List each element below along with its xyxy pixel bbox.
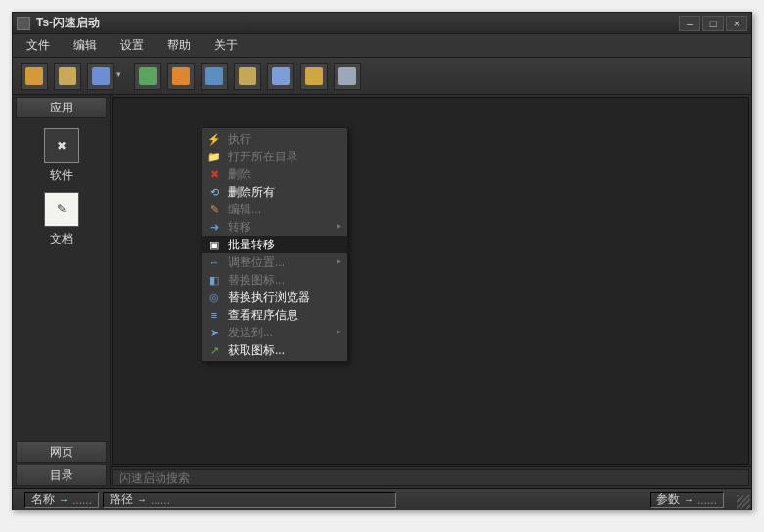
ctx-icon: ≡ xyxy=(207,308,221,322)
status-param-label: 参数 xyxy=(656,491,680,508)
ctx-label: 发送到... xyxy=(228,325,273,341)
minimize-button[interactable]: – xyxy=(679,16,700,31)
ctx-icon: ⚡ xyxy=(207,132,221,146)
ctx-icon: ↗ xyxy=(207,343,221,357)
ctx-icon: ◧ xyxy=(207,273,221,287)
sidebar-tab-apps[interactable]: 应用 xyxy=(16,97,107,118)
card-icon-glyph xyxy=(338,67,356,85)
ctx-icon: ⟲ xyxy=(207,185,221,199)
add-icon[interactable] xyxy=(134,63,161,90)
ctx-item-7: ↔调整位置... xyxy=(202,253,347,271)
ctx-item-3[interactable]: ⟲删除所有 xyxy=(202,183,347,200)
ctx-icon: ✎ xyxy=(207,202,221,216)
menubar: 文件编辑设置帮助关于 xyxy=(13,34,751,58)
sidebar-item-label: 软件 xyxy=(38,167,85,184)
ctx-item-2: ✖删除 xyxy=(202,165,347,183)
ctx-icon: ➤ xyxy=(207,326,221,339)
status-path-value: ...... xyxy=(151,493,170,507)
ctx-icon: ◎ xyxy=(207,290,221,304)
ctx-item-8: ◧替换图标... xyxy=(202,271,347,288)
context-menu: ⚡执行📁打开所在目录✖删除⟲删除所有✎编辑...➜转移▣批量转移↔调整位置...… xyxy=(202,127,348,362)
ctx-item-1: 📁打开所在目录 xyxy=(202,148,347,165)
window-icon-glyph xyxy=(239,67,256,85)
menu-2[interactable]: 设置 xyxy=(116,35,148,56)
body-area: 应用 ✖软件✎文档 网页目录 ⚡执行📁打开所在目录✖删除⟲删除所有✎编辑...➜… xyxy=(13,95,751,488)
new-icon[interactable] xyxy=(87,63,114,90)
ctx-item-4: ✎编辑... xyxy=(202,200,347,218)
arrow-icon: → xyxy=(137,494,147,505)
ctx-label: 查看程序信息 xyxy=(228,307,298,324)
sidebar-item-software[interactable]: ✖软件 xyxy=(38,128,85,184)
rss-icon[interactable] xyxy=(167,63,195,90)
arrow-icon: → xyxy=(684,494,694,505)
new-icon-glyph xyxy=(92,67,110,85)
ctx-label: 删除所有 xyxy=(228,184,275,200)
ctx-label: 替换图标... xyxy=(228,272,285,288)
ctx-item-5: ➜转移 xyxy=(202,218,347,236)
maximize-button[interactable]: □ xyxy=(702,16,724,31)
edit-icon-glyph xyxy=(272,67,290,85)
document-icon: ✎ xyxy=(44,192,79,227)
calendar-icon[interactable] xyxy=(21,63,48,90)
trash-icon-glyph xyxy=(305,67,323,85)
status-param-cell: 参数 → ...... xyxy=(650,492,724,508)
main-panel[interactable]: ⚡执行📁打开所在目录✖删除⟲删除所有✎编辑...➜转移▣批量转移↔调整位置...… xyxy=(112,97,749,465)
sidebar: 应用 ✖软件✎文档 网页目录 xyxy=(13,95,111,488)
window-icon[interactable] xyxy=(234,63,261,90)
sidebar-tab-1[interactable]: 目录 xyxy=(16,465,107,486)
add-icon-glyph xyxy=(139,67,157,85)
search-input[interactable] xyxy=(112,469,749,486)
rss-icon-glyph xyxy=(172,67,190,85)
ctx-label: 批量转移 xyxy=(228,237,275,253)
ctx-label: 编辑... xyxy=(228,201,261,218)
status-name-label: 名称 xyxy=(31,491,55,508)
ctx-label: 打开所在目录 xyxy=(228,149,298,165)
sidebar-item-document[interactable]: ✎文档 xyxy=(38,192,85,247)
toolbar xyxy=(13,58,751,95)
ctx-label: 获取图标... xyxy=(228,342,285,359)
image-icon-glyph xyxy=(205,67,223,85)
calendar-icon-glyph xyxy=(25,67,43,85)
sidebar-tab-0[interactable]: 网页 xyxy=(16,441,107,463)
ctx-icon: ➜ xyxy=(207,220,221,234)
ctx-label: 执行 xyxy=(228,131,251,148)
trash-icon[interactable] xyxy=(300,63,328,90)
app-icon xyxy=(17,17,30,30)
search-row xyxy=(111,466,751,488)
ctx-icon: ▣ xyxy=(207,238,221,251)
menu-0[interactable]: 文件 xyxy=(22,35,54,56)
sidebar-item-label: 文档 xyxy=(38,231,85,247)
folder-icon[interactable] xyxy=(54,63,81,90)
status-name-cell: 名称 → ...... xyxy=(24,492,99,508)
app-window: Ts-闪速启动 – □ × 文件编辑设置帮助关于 应用 ✖软件✎文档 网页目录 … xyxy=(12,12,752,510)
titlebar[interactable]: Ts-闪速启动 – □ × xyxy=(13,13,751,34)
resize-grip[interactable] xyxy=(737,495,750,509)
sidebar-content: ✖软件✎文档 xyxy=(13,120,110,439)
image-icon[interactable] xyxy=(201,63,228,90)
edit-icon[interactable] xyxy=(267,63,294,90)
ctx-icon: ↔ xyxy=(207,255,221,269)
menu-3[interactable]: 帮助 xyxy=(163,35,195,56)
folder-icon-glyph xyxy=(59,67,76,85)
status-path-cell: 路径 → ...... xyxy=(103,492,396,508)
ctx-label: 删除 xyxy=(228,166,251,183)
ctx-item-11: ➤发送到... xyxy=(202,324,347,341)
statusbar: 名称 → ...... 路径 → ...... 参数 → ...... xyxy=(13,488,751,510)
ctx-item-6[interactable]: ▣批量转移 xyxy=(202,236,347,253)
software-icon: ✖ xyxy=(44,128,79,163)
status-param-value: ...... xyxy=(697,493,717,507)
ctx-item-9[interactable]: ◎替换执行浏览器 xyxy=(202,288,347,306)
arrow-icon: → xyxy=(59,494,68,505)
ctx-item-0: ⚡执行 xyxy=(202,130,347,148)
ctx-label: 替换执行浏览器 xyxy=(228,289,310,306)
ctx-label: 调整位置... xyxy=(228,254,285,271)
ctx-item-12[interactable]: ↗获取图标... xyxy=(202,341,347,359)
menu-1[interactable]: 编辑 xyxy=(69,35,101,56)
card-icon[interactable] xyxy=(334,63,361,90)
menu-4[interactable]: 关于 xyxy=(210,35,242,56)
window-title: Ts-闪速启动 xyxy=(36,15,100,31)
close-button[interactable]: × xyxy=(726,16,747,31)
ctx-item-10[interactable]: ≡查看程序信息 xyxy=(202,306,347,324)
ctx-label: 转移 xyxy=(228,219,251,236)
status-name-value: ...... xyxy=(72,493,92,507)
